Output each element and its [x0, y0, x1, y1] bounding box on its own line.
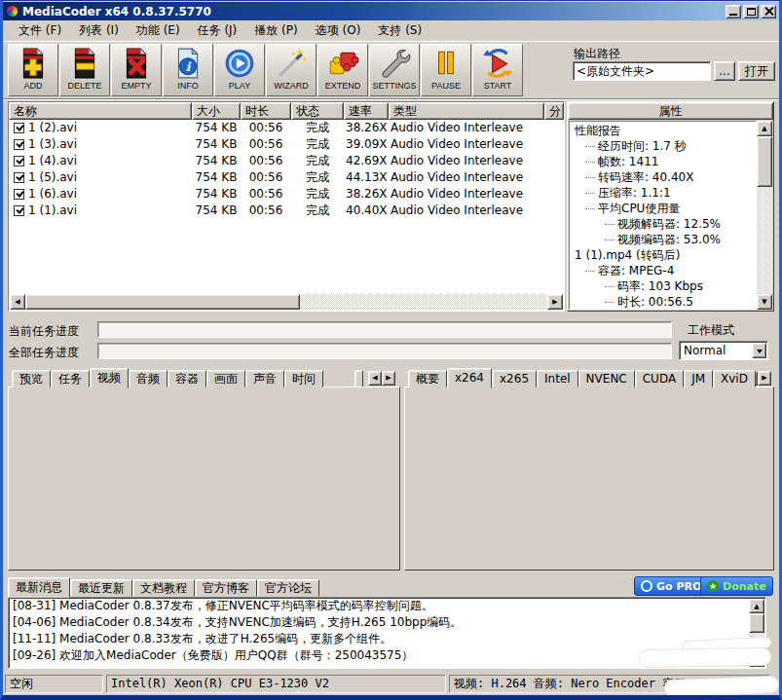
extend-button[interactable]: EXTEND [317, 44, 368, 96]
minimize-button[interactable] [726, 5, 741, 18]
tab[interactable]: 最新消息 [8, 577, 70, 598]
column-header[interactable]: 名称 [9, 102, 192, 120]
row-checkbox[interactable] [14, 205, 24, 216]
tree-item[interactable]: 经历时间: 1.7 秒 [572, 138, 756, 154]
menu-item[interactable]: 支持 (S) [369, 20, 430, 41]
go-pro-button[interactable]: Go PRO [634, 576, 708, 596]
tab-partial[interactable] [354, 370, 363, 387]
file-row[interactable]: 1 (6).avi 754 KB 00:56 完成 38.26X Audio V… [9, 186, 564, 203]
tab[interactable]: 概要 [408, 370, 447, 387]
file-row[interactable]: 1 (2).avi 754 KB 00:56 完成 38.26X Audio V… [9, 120, 564, 136]
scrollbar-thumb[interactable] [25, 294, 300, 310]
tree-item[interactable]: 帧数: 1411 [572, 154, 756, 169]
tab[interactable]: Intel [537, 370, 578, 387]
column-header[interactable]: 时长 [241, 102, 291, 120]
properties-scrollbar[interactable]: ▲ ▼ [757, 121, 772, 310]
scrollbar-track[interactable] [300, 294, 547, 310]
row-checkbox[interactable] [14, 172, 24, 183]
menu-item[interactable]: 功能 (E) [128, 20, 189, 41]
file-row[interactable]: 1 (1).avi 754 KB 00:56 完成 40.40X Audio V… [9, 203, 564, 219]
scroll-right-icon[interactable]: ▶ [547, 294, 563, 310]
tree-item[interactable]: 转码速率: 40.40X [572, 169, 756, 185]
tree-item[interactable]: 容器: MPEG-4 [572, 263, 756, 278]
tree-item[interactable]: 时长: 00:56.5 [572, 294, 756, 310]
tree-item[interactable]: 码率: 103 Kbps [572, 278, 756, 294]
tab[interactable]: 容器 [168, 370, 206, 387]
tree-item[interactable]: 1 (1).mp4 (转码后) [572, 247, 756, 263]
dropdown-arrow-icon[interactable] [752, 343, 766, 358]
tab-scroll-right-icon[interactable]: ▶ [758, 371, 771, 386]
tab[interactable]: 预览 [12, 370, 51, 387]
scroll-left-icon[interactable]: ◀ [10, 294, 25, 310]
maximize-button[interactable] [743, 5, 759, 18]
browse-button[interactable]: ... [714, 61, 735, 81]
tab-scroll-right-icon[interactable]: ▶ [382, 371, 395, 386]
donate-star-icon [707, 580, 719, 592]
tree-item[interactable]: 压缩率: 1.1:1 [572, 185, 756, 201]
scrollbar-thumb[interactable] [749, 613, 764, 633]
tree-item[interactable]: 视频编码器: 53.0% [572, 232, 756, 247]
delete-button[interactable]: DELETE [59, 44, 110, 96]
tab[interactable]: 官方论坛 [257, 579, 319, 597]
tab[interactable]: 任务 [51, 370, 90, 387]
tree-item[interactable]: 视频解码器: 12.5% [572, 216, 756, 232]
donate-button[interactable]: Donate [700, 576, 773, 596]
tab[interactable]: JM [684, 370, 713, 387]
file-row[interactable]: 1 (5).avi 754 KB 00:56 完成 44.13X Audio V… [9, 169, 564, 186]
tree-item[interactable]: 性能报告 [572, 123, 756, 138]
output-path-input[interactable] [573, 61, 711, 81]
left-tab-scroll[interactable]: ◀ ▶ [368, 371, 395, 386]
wizard-button[interactable]: WIZARD [266, 44, 317, 96]
tab[interactable]: 视频 [90, 368, 129, 388]
tab[interactable]: 画面 [206, 370, 245, 387]
tab[interactable]: x264 [447, 368, 492, 388]
tab[interactable]: 音频 [129, 370, 168, 387]
tab[interactable]: 文档教程 [132, 579, 195, 597]
scrollbar-thumb[interactable] [757, 136, 772, 187]
scroll-up-icon[interactable]: ▲ [749, 599, 764, 613]
column-header[interactable]: 状态 [291, 102, 344, 120]
tab[interactable]: NVENC [578, 370, 635, 387]
menu-item[interactable]: 播放 (P) [245, 20, 306, 41]
tree-item[interactable]: 平均CPU使用量 [572, 201, 756, 216]
file-row[interactable]: 1 (3).avi 754 KB 00:56 完成 39.09X Audio V… [9, 136, 564, 153]
column-header[interactable]: 大小 [192, 102, 241, 120]
file-row[interactable]: 1 (4).avi 754 KB 00:56 完成 42.69X Audio V… [9, 153, 564, 169]
settings-button[interactable]: SETTINGS [369, 44, 420, 96]
column-header[interactable]: 分 [544, 102, 564, 120]
empty-button[interactable]: EMPTY [111, 44, 162, 96]
title-bar[interactable]: MediaCoder x64 0.8.37.5770 [3, 2, 779, 20]
extend-puzzle-icon [326, 47, 359, 80]
scroll-down-icon[interactable]: ▼ [757, 294, 772, 310]
column-header[interactable]: 速率 [344, 102, 389, 120]
tab[interactable]: 声音 [245, 370, 284, 387]
horizontal-scrollbar[interactable]: ◀ ▶ [10, 294, 563, 310]
close-button[interactable] [761, 5, 776, 18]
row-checkbox[interactable] [14, 139, 24, 150]
tab[interactable]: 最近更新 [70, 579, 132, 597]
tab[interactable]: 时间 [284, 370, 323, 387]
tab-scroll-left-icon[interactable]: ◀ [368, 371, 382, 386]
tab[interactable]: XviD [713, 370, 756, 387]
row-checkbox[interactable] [14, 189, 24, 200]
column-header[interactable]: 类型 [389, 102, 544, 120]
pause-button[interactable]: PAUSE [421, 44, 471, 96]
menu-item[interactable]: 任务 (J) [189, 20, 246, 41]
menu-item[interactable]: 列表 (I) [70, 20, 128, 41]
scroll-up-icon[interactable]: ▲ [757, 121, 772, 136]
scrollbar-track[interactable] [757, 187, 772, 294]
start-button[interactable]: START [472, 44, 523, 96]
add-button[interactable]: ADD [8, 44, 58, 96]
tab[interactable]: x265 [492, 370, 537, 387]
row-checkbox[interactable] [14, 156, 24, 166]
properties-header[interactable]: 属性 [568, 102, 773, 120]
play-button[interactable]: PLAY [214, 44, 265, 96]
menu-item[interactable]: 文件 (F) [10, 20, 70, 41]
row-checkbox[interactable] [14, 123, 24, 133]
work-mode-select[interactable]: Normal [679, 341, 768, 360]
open-button[interactable]: 打开 [738, 61, 775, 81]
info-button[interactable]: i INFO [163, 44, 213, 96]
tab[interactable]: CUDA [635, 370, 684, 387]
tab[interactable]: 官方博客 [195, 579, 257, 597]
menu-item[interactable]: 选项 (O) [307, 20, 370, 41]
